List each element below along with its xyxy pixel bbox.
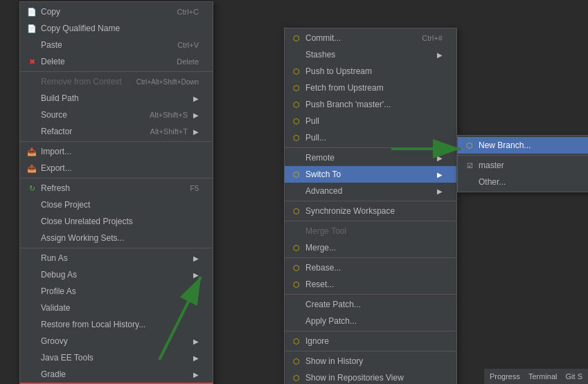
new-branch-label: New Branch... (479, 140, 581, 150)
pull-ellipsis-label: Pull... (305, 133, 443, 143)
menu-assign-working-sets[interactable]: Assign Working Sets... (20, 230, 213, 246)
advanced-label: Advanced (305, 186, 431, 196)
rebase-icon: ⬡ (290, 262, 303, 274)
switch-master[interactable]: ☑ master (458, 157, 588, 174)
switch-new-branch[interactable]: ⬡ New Branch... (458, 137, 588, 154)
commit-shortcut: Ctrl+# (422, 34, 443, 42)
show-history-icon: ⬡ (290, 355, 303, 367)
merge-icon: ⬡ (290, 241, 303, 254)
team-merge[interactable]: ⬡ Merge... (285, 239, 456, 256)
stashes-icon (290, 48, 303, 61)
menu-close-project[interactable]: Close Project (20, 196, 213, 213)
push-upstream-label: Push to Upstream (305, 66, 443, 76)
menu-run-as[interactable]: Run As ▶ (20, 250, 213, 266)
debug-as-label: Debug As (41, 270, 188, 280)
team-stashes[interactable]: Stashes ▶ (285, 46, 456, 63)
menu-copy-qualified-name[interactable]: 📄 Copy Qualified Name (20, 20, 213, 37)
team-sync-workspace[interactable]: ⬡ Synchronize Workspace (285, 203, 456, 219)
java-ee-tools-arrow: ▶ (193, 354, 199, 362)
separator-2 (20, 141, 213, 142)
switch-to-arrow: ▶ (437, 171, 443, 179)
team-pull-ellipsis[interactable]: ⬡ Pull... (285, 129, 456, 146)
close-unrelated-icon (26, 215, 38, 228)
create-patch-icon (290, 298, 303, 311)
team-ignore[interactable]: ⬡ Ignore (285, 333, 456, 349)
progress-label[interactable]: Progress (490, 372, 520, 381)
menu-close-unrelated[interactable]: Close Unrelated Projects (20, 213, 213, 230)
menu-gradle[interactable]: Gradle ▶ (20, 366, 213, 383)
debug-as-icon (26, 268, 38, 281)
groovy-arrow: ▶ (193, 338, 199, 345)
close-project-icon (26, 199, 38, 211)
switch-to-icon: ⬡ (290, 168, 303, 181)
menu-profile-as[interactable]: Profile As ▶ (20, 283, 213, 300)
remote-icon (290, 152, 303, 164)
export-label: Export... (41, 163, 199, 173)
team-reset[interactable]: ⬡ Reset... (285, 276, 456, 293)
team-remote[interactable]: Remote ▶ (285, 149, 456, 166)
groovy-icon (26, 335, 38, 347)
menu-build-path[interactable]: Build Path ▶ (20, 90, 213, 107)
merge-label: Merge... (305, 243, 443, 253)
terminal-label[interactable]: Terminal (528, 372, 558, 381)
team-apply-patch[interactable]: Apply Patch... (285, 313, 456, 329)
menu-copy[interactable]: 📄 Copy Ctrl+C (20, 3, 213, 20)
groovy-label: Groovy (41, 336, 188, 346)
separator-1 (20, 71, 213, 72)
menu-java-ee-tools[interactable]: Java EE Tools ▶ (20, 349, 213, 366)
profile-as-icon (26, 285, 38, 298)
delete-icon: ✖ (26, 55, 38, 68)
fetch-upstream-icon: ⬡ (290, 82, 303, 94)
menu-delete[interactable]: ✖ Delete Delete (20, 53, 213, 70)
master-label: master (479, 161, 581, 170)
ignore-icon: ⬡ (290, 335, 303, 347)
copy-shortcut: Ctrl+C (177, 8, 199, 16)
team-show-history[interactable]: ⬡ Show in History (285, 353, 456, 369)
menu-validate[interactable]: Validate (20, 300, 213, 316)
team-pull[interactable]: ⬡ Pull (285, 113, 456, 129)
apply-patch-label: Apply Patch... (305, 316, 443, 326)
show-history-label: Show in History (305, 356, 443, 366)
bottom-bar: Progress Terminal Git S (484, 369, 588, 384)
team-commit[interactable]: ⬡ Commit... Ctrl+# (285, 30, 456, 46)
team-rebase[interactable]: ⬡ Rebase... (285, 259, 456, 276)
new-branch-icon: ⬡ (463, 139, 476, 152)
menu-export[interactable]: 📤 Export... (20, 160, 213, 176)
menu-import[interactable]: 📥 Import... (20, 143, 213, 160)
team-push-upstream[interactable]: ⬡ Push to Upstream (285, 63, 456, 80)
java-ee-tools-icon (26, 351, 38, 364)
team-merge-tool[interactable]: Merge Tool (285, 223, 456, 239)
restore-history-label: Restore from Local History... (41, 320, 199, 329)
advanced-arrow: ▶ (437, 188, 443, 195)
merge-tool-label: Merge Tool (305, 226, 443, 236)
team-fetch-upstream[interactable]: ⬡ Fetch from Upstream (285, 80, 456, 96)
team-advanced[interactable]: Advanced ▶ (285, 183, 456, 199)
restore-history-icon (26, 318, 38, 331)
master-check-icon: ☑ (463, 159, 476, 172)
apply-patch-icon (290, 315, 303, 327)
menu-groovy[interactable]: Groovy ▶ (20, 333, 213, 349)
stashes-arrow: ▶ (437, 51, 443, 59)
menu-remove-context[interactable]: Remove from Context Ctrl+Alt+Shift+Down (20, 73, 213, 90)
team-create-patch[interactable]: Create Patch... (285, 296, 456, 313)
menu-refresh[interactable]: ↻ Refresh F5 (20, 180, 213, 196)
menu-source[interactable]: Source Alt+Shift+S ▶ (20, 107, 213, 123)
paste-icon (26, 39, 38, 51)
java-ee-tools-label: Java EE Tools (41, 353, 188, 363)
team-push-branch[interactable]: ⬡ Push Branch 'master'... (285, 96, 456, 113)
switch-other[interactable]: Other... (458, 174, 588, 190)
build-path-arrow: ▶ (193, 95, 199, 102)
menu-restore-history[interactable]: Restore from Local History... (20, 316, 213, 333)
menu-debug-as[interactable]: Debug As ▶ (20, 266, 213, 283)
menu-refactor[interactable]: Refactor Alt+Shift+T ▶ (20, 123, 213, 140)
git-s-label[interactable]: Git S (566, 372, 582, 381)
profile-as-arrow: ▶ (193, 288, 199, 295)
copy-icon: 📄 (26, 6, 38, 18)
team-show-repositories[interactable]: ⬡ Show in Repositories View (285, 369, 456, 384)
gradle-arrow: ▶ (193, 371, 199, 378)
team-switch-to[interactable]: ⬡ Switch To ▶ (285, 166, 456, 183)
refresh-shortcut: F5 (190, 184, 199, 192)
team-sep-5 (285, 294, 456, 295)
menu-paste[interactable]: Paste Ctrl+V (20, 37, 213, 53)
refactor-arrow: ▶ (193, 128, 199, 136)
